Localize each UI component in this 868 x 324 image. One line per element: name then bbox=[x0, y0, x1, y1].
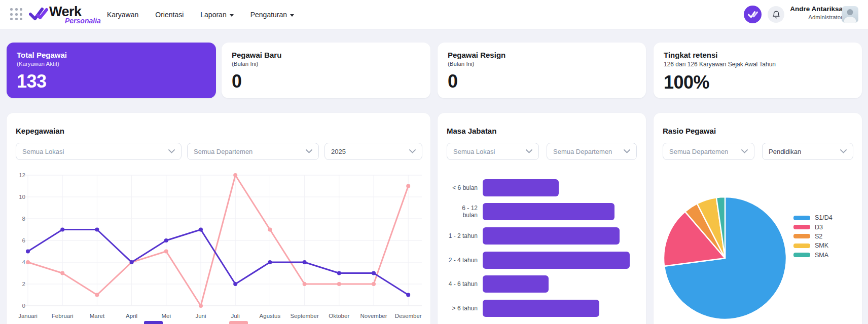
chevron-down-icon bbox=[290, 14, 294, 17]
chevron-down-icon bbox=[840, 149, 847, 153]
data-point[interactable] bbox=[406, 184, 410, 188]
bar-category-label: 1 - 2 tahun bbox=[447, 232, 478, 239]
data-point[interactable] bbox=[130, 260, 134, 264]
panel-title-kepegawaian: Kepegawaian bbox=[16, 127, 64, 135]
chevron-down-icon bbox=[306, 149, 312, 153]
bar-category-label: 2 - 4 tahun bbox=[447, 257, 478, 264]
pie-legend: S1/D4D3S2SMKSMA bbox=[793, 213, 833, 260]
user-role: Administrator bbox=[741, 14, 843, 20]
data-point[interactable] bbox=[164, 250, 168, 254]
data-point[interactable] bbox=[406, 293, 410, 297]
y-axis-labels: 024681012 bbox=[19, 172, 25, 309]
data-point[interactable] bbox=[268, 228, 272, 232]
svg-text:8: 8 bbox=[22, 216, 25, 222]
data-point[interactable] bbox=[95, 293, 99, 297]
pie-legend-label: D3 bbox=[815, 224, 823, 231]
pie-legend-label: S1/D4 bbox=[815, 214, 833, 221]
data-point[interactable] bbox=[26, 250, 30, 254]
bar-category-label: 6 - 12 bulan bbox=[447, 205, 478, 219]
data-point[interactable] bbox=[268, 260, 272, 264]
data-point[interactable] bbox=[26, 260, 30, 264]
filter-departemen-masa-jabatan[interactable]: Semua Departemen bbox=[547, 143, 637, 160]
bar[interactable] bbox=[483, 203, 614, 220]
data-point[interactable] bbox=[60, 271, 64, 275]
main-nav: Karyawan Orientasi Laporan Pengaturan bbox=[107, 0, 294, 29]
kepegawaian-line-chart: 024681012JanuariFebruariMaretAprilMeiJun… bbox=[15, 170, 427, 323]
data-point[interactable] bbox=[199, 228, 203, 232]
data-point[interactable] bbox=[337, 282, 341, 286]
pie-legend-item[interactable]: S2 bbox=[793, 232, 833, 241]
data-point[interactable] bbox=[372, 282, 376, 286]
bar-category-label: > 6 tahun bbox=[447, 305, 478, 312]
filter-lokasi-kepegawaian[interactable]: Semua Lokasi bbox=[16, 143, 182, 160]
nav-item-pengaturan[interactable]: Pengaturan bbox=[250, 11, 294, 19]
stat-card-tingkat-retensi[interactable]: Tingkat retensi 126 dari 126 Karyawan Se… bbox=[654, 43, 862, 98]
data-point[interactable] bbox=[95, 228, 99, 232]
filter-lokasi-masa-jabatan[interactable]: Semua Lokasi bbox=[447, 143, 539, 160]
svg-text:Juli: Juli bbox=[231, 313, 240, 319]
filter-jenis-rasio[interactable]: Pendidikan bbox=[762, 143, 853, 160]
svg-text:Desember: Desember bbox=[395, 313, 422, 319]
nav-item-karyawan[interactable]: Karyawan bbox=[107, 11, 138, 19]
data-point[interactable] bbox=[303, 260, 307, 264]
bar-row: < 6 bulan bbox=[447, 176, 638, 200]
pie-legend-label: S2 bbox=[815, 233, 822, 240]
nav-item-orientasi[interactable]: Orientasi bbox=[155, 11, 184, 19]
panel-title-masa-jabatan: Masa Jabatan bbox=[447, 127, 496, 135]
svg-text:Mei: Mei bbox=[162, 313, 171, 319]
pie-legend-item[interactable]: SMK bbox=[793, 241, 833, 250]
stat-card-total-pegawai[interactable]: Total Pegawai (Karyawan Aktif) 133 bbox=[7, 43, 216, 98]
stat-title: Tingkat retensi bbox=[664, 51, 852, 59]
data-point[interactable] bbox=[233, 282, 237, 286]
stat-card-pegawai-baru[interactable]: Pegawai Baru (Bulan Ini) 0 bbox=[222, 43, 430, 98]
svg-text:Oktober: Oktober bbox=[329, 313, 349, 319]
filter-departemen-rasio[interactable]: Semua Departemen bbox=[663, 143, 754, 160]
stat-subtitle: (Bulan Ini) bbox=[448, 61, 636, 67]
data-point[interactable] bbox=[233, 173, 237, 177]
svg-text:April: April bbox=[126, 313, 137, 319]
svg-text:November: November bbox=[360, 313, 387, 319]
svg-text:4: 4 bbox=[22, 259, 26, 265]
avatar-person-icon bbox=[842, 6, 858, 23]
x-axis-labels: JanuariFebruariMaretAprilMeiJuniJuliAgus… bbox=[18, 313, 422, 319]
data-point[interactable] bbox=[337, 271, 341, 275]
svg-text:10: 10 bbox=[19, 194, 25, 200]
bar[interactable] bbox=[483, 252, 630, 269]
stat-value: 133 bbox=[17, 71, 206, 92]
data-point[interactable] bbox=[303, 282, 307, 286]
bar[interactable] bbox=[483, 275, 549, 293]
data-point[interactable] bbox=[60, 228, 64, 232]
avatar[interactable] bbox=[842, 6, 858, 23]
masa-jabatan-bar-chart: < 6 bulan6 - 12 bulan1 - 2 tahun2 - 4 ta… bbox=[447, 176, 638, 320]
stat-title: Total Pegawai bbox=[17, 51, 206, 59]
werk-logo-icon bbox=[29, 7, 48, 22]
data-point[interactable] bbox=[199, 304, 203, 308]
chevron-down-icon bbox=[741, 149, 748, 153]
pie-legend-swatch bbox=[793, 253, 810, 257]
pie-legend-item[interactable]: D3 bbox=[793, 222, 833, 231]
bar[interactable] bbox=[483, 179, 559, 196]
svg-text:September: September bbox=[290, 313, 318, 319]
bar[interactable] bbox=[483, 300, 599, 317]
stat-value: 100% bbox=[664, 72, 852, 93]
user-menu[interactable]: Andre Antariksa Administrator bbox=[741, 5, 843, 20]
chevron-down-icon bbox=[526, 149, 532, 153]
top-navbar: Werk Personalia Karyawan Orientasi Lapor… bbox=[0, 0, 868, 29]
apps-grid-icon[interactable] bbox=[10, 8, 23, 21]
stat-subtitle: (Karyawan Aktif) bbox=[17, 61, 206, 67]
svg-text:6: 6 bbox=[22, 237, 25, 244]
data-point[interactable] bbox=[164, 238, 168, 242]
nav-item-laporan[interactable]: Laporan bbox=[200, 11, 233, 19]
filter-departemen-kepegawaian[interactable]: Semua Departemen bbox=[187, 143, 319, 160]
bar-row: 4 - 6 tahun bbox=[447, 272, 638, 296]
pie-legend-item[interactable]: S1/D4 bbox=[793, 213, 833, 222]
svg-text:Maret: Maret bbox=[90, 313, 105, 319]
stat-card-pegawai-resign[interactable]: Pegawai Resign (Bulan Ini) 0 bbox=[438, 43, 646, 98]
bar[interactable] bbox=[483, 227, 620, 245]
rasio-pegawai-pie-chart bbox=[663, 195, 787, 324]
pie-legend-swatch bbox=[793, 216, 810, 220]
pie-legend-item[interactable]: SMA bbox=[793, 251, 833, 260]
svg-text:Juni: Juni bbox=[195, 313, 206, 319]
data-point[interactable] bbox=[372, 271, 376, 275]
filter-tahun-kepegawaian[interactable]: 2025 bbox=[324, 143, 422, 160]
